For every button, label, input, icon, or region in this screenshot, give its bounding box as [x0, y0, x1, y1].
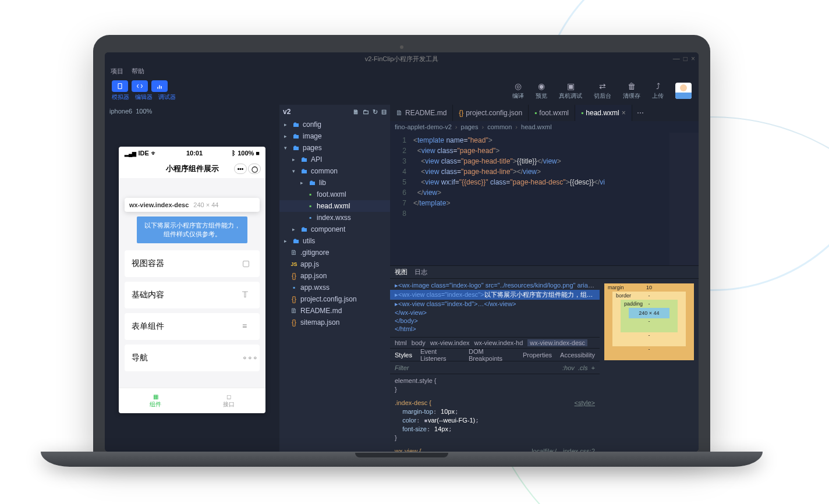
background-button[interactable]: ⇄切后台 — [594, 81, 611, 100]
subtab-styles[interactable]: Styles — [395, 352, 412, 359]
tree-file[interactable]: {}sitemap.json — [279, 317, 390, 328]
tree-folder[interactable]: ▸🖿utils — [279, 235, 390, 247]
element-node[interactable]: </html> — [390, 325, 600, 333]
code-content[interactable]: <template name="head"> <view class="page… — [411, 133, 699, 265]
selected-element-overlay: 以下将展示小程序官方组件能力，组件样式仅供参考。 — [137, 216, 247, 243]
preview-button[interactable]: ◉预览 — [536, 81, 547, 100]
subtab-listeners[interactable]: Event Listeners — [420, 348, 460, 362]
tree-file[interactable]: ▪index.wxss — [279, 212, 390, 223]
editor-tab[interactable]: {}project.config.json — [453, 105, 529, 121]
wxss-icon: ▪ — [306, 214, 314, 222]
elements-tree[interactable]: ▸<wx-image class="index-logo" src="../re… — [390, 279, 600, 337]
svg-rect-2 — [159, 86, 160, 89]
new-file-icon[interactable]: 🗎 — [353, 108, 359, 116]
elements-breadcrumb: html body wx-view.index wx-view.index-hd… — [390, 337, 600, 349]
device-name[interactable]: iphone6 — [109, 108, 132, 115]
simulator-toggle[interactable] — [112, 80, 128, 92]
compile-button[interactable]: ◎编译 — [512, 81, 524, 100]
tree-folder[interactable]: ▸🖿config — [279, 119, 390, 130]
list-item[interactable]: 导航∘∘∘ — [125, 345, 260, 371]
wxml-icon: ▪ — [306, 190, 314, 198]
element-node[interactable]: </wx-view> — [390, 308, 600, 317]
refresh-icon[interactable]: ↻ — [373, 108, 378, 116]
tree-file[interactable]: ▪app.wxss — [279, 282, 390, 293]
window-controls[interactable]: — □ × — [673, 55, 695, 63]
tab-api[interactable]: ◻接口 — [192, 388, 265, 413]
tree-file[interactable]: {}app.json — [279, 270, 390, 282]
menu-project[interactable]: 项目 — [111, 67, 123, 76]
folder-icon: 🖿 — [292, 120, 300, 129]
editor-toggle[interactable] — [132, 80, 148, 92]
folder-icon: 🖿 — [292, 132, 300, 140]
list-item[interactable]: 表单组件≡ — [125, 313, 260, 340]
upload-button[interactable]: ⤴上传 — [652, 81, 664, 100]
element-node-selected[interactable]: ▸<wx-view class="index-desc">以下将展示小程序官方组… — [390, 290, 600, 300]
capsule-menu-icon[interactable]: ••• — [234, 164, 247, 174]
subtab-properties[interactable]: Properties — [523, 352, 552, 359]
folder-icon: 🖿 — [300, 167, 309, 175]
editor-tab[interactable]: 🗎README.md — [390, 105, 453, 121]
nav-icon: ∘∘∘ — [242, 353, 253, 363]
list-item[interactable]: 视图容器▢ — [125, 250, 260, 277]
element-node[interactable]: ▸<wx-image class="index-logo" src="../re… — [390, 281, 600, 290]
remote-debug-button[interactable]: ▣真机调试 — [559, 81, 582, 100]
devtools-tab-wxml[interactable]: 视图 — [395, 268, 408, 276]
more-icon[interactable]: ⋯ — [632, 105, 649, 121]
debugger-toggle[interactable] — [151, 80, 168, 92]
tree-folder[interactable]: ▸🖿API — [279, 154, 390, 165]
subtab-accessibility[interactable]: Accessibility — [560, 352, 595, 359]
clear-cache-button[interactable]: 🗑清缓存 — [623, 81, 640, 100]
tree-file[interactable]: 🗎README.md — [279, 305, 390, 317]
explorer-root: v2 — [283, 108, 290, 116]
phone-icon: ▣ — [566, 81, 575, 91]
element-node[interactable]: ▸<wx-view class="index-bd">…</wx-view> — [390, 300, 600, 308]
plus-icon[interactable]: + — [591, 364, 595, 371]
editor-tab[interactable]: ▪foot.wxml — [529, 105, 575, 121]
window-title: v2-FinClip小程序开发工具 — [365, 55, 439, 63]
minimap[interactable] — [669, 133, 699, 265]
maximize-icon[interactable]: □ — [683, 55, 688, 63]
laptop-frame: v2-FinClip小程序开发工具 — □ × 项目 帮助 — [93, 35, 710, 454]
styles-pane[interactable]: Filter :hov .cls + element.style {} <sty… — [390, 361, 600, 452]
tab-components[interactable]: ▦组件 — [119, 388, 192, 413]
tree-folder[interactable]: ▾🖿common — [279, 165, 390, 177]
switch-icon: ⇄ — [598, 81, 607, 91]
simulator-pane: iphone6 100% ▂▄▆ IDE ᯤ 10:01 ᛒ 100% ■ 小程… — [105, 105, 279, 452]
new-folder-icon[interactable]: 🗀 — [363, 108, 369, 116]
container-icon: ▢ — [242, 258, 253, 269]
tree-folder[interactable]: ▸🖿lib — [279, 177, 390, 189]
tree-file[interactable]: ▪foot.wxml — [279, 189, 390, 200]
menu-help[interactable]: 帮助 — [132, 67, 144, 76]
collapse-icon[interactable]: ⊟ — [381, 108, 387, 116]
tree-folder[interactable]: ▸🖿image — [279, 130, 390, 142]
api-icon: ◻ — [226, 393, 231, 400]
subtab-dom-breakpoints[interactable]: DOM Breakpoints — [469, 348, 515, 362]
wxml-icon: ▪ — [581, 109, 583, 117]
minimize-icon[interactable]: — — [673, 55, 680, 63]
avatar[interactable] — [675, 83, 692, 99]
tree-file[interactable]: ▪head.wxml — [279, 200, 390, 212]
tree-file[interactable]: {}project.config.json — [279, 293, 390, 305]
element-node[interactable]: </body> — [390, 317, 600, 325]
capsule-close-icon[interactable]: ◯ — [248, 164, 261, 174]
text-icon: 𝕋 — [242, 290, 253, 300]
wxml-icon: ▪ — [306, 202, 314, 210]
devtools-tab-console[interactable]: 日志 — [414, 268, 427, 276]
zoom-level[interactable]: 100% — [136, 108, 152, 115]
file-icon: 🗎 — [290, 249, 298, 257]
svg-rect-0 — [118, 84, 122, 89]
tree-file[interactable]: JSapp.js — [279, 258, 390, 270]
close-icon[interactable]: × — [691, 55, 695, 63]
file-icon: 🗎 — [396, 109, 403, 117]
close-icon[interactable]: × — [622, 109, 626, 117]
list-item[interactable]: 基础内容𝕋 — [125, 282, 260, 308]
tree-folder[interactable]: ▸🖿component — [279, 223, 390, 235]
code-editor[interactable]: 12345678 <template name="head"> <view cl… — [390, 133, 699, 265]
styles-filter-input[interactable]: Filter — [395, 364, 409, 371]
toolbar: 模拟器 编辑器 调试器 ◎编译 ◉预览 ▣真机调试 ⇄切后台 🗑清缓存 ⤴上传 — [105, 77, 699, 105]
svg-rect-1 — [157, 87, 158, 89]
tree-file[interactable]: 🗎.gitignore — [279, 247, 390, 258]
tree-folder[interactable]: ▾🖿pages — [279, 142, 390, 154]
editor-tab[interactable]: ▪head.wxml× — [575, 105, 632, 121]
form-icon: ≡ — [242, 321, 253, 332]
